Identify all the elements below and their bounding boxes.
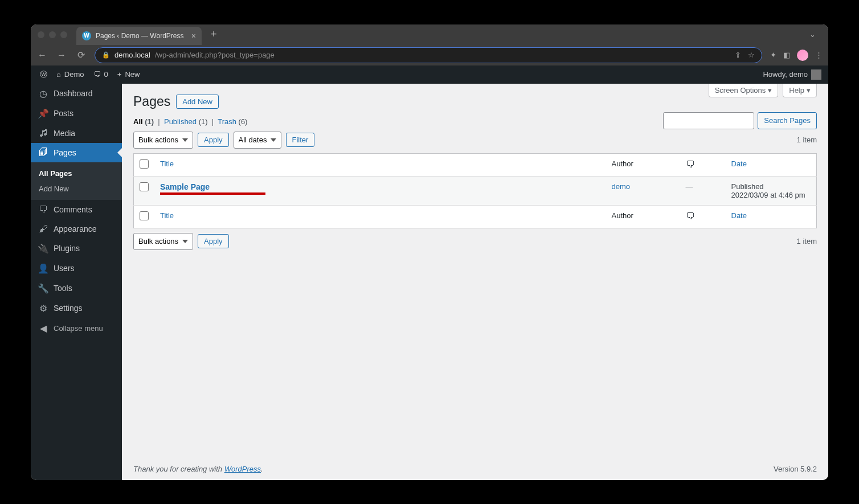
lock-icon: 🔒 bbox=[102, 51, 110, 59]
sidebar-item-label: Users bbox=[54, 264, 75, 273]
minimize-window-button[interactable] bbox=[49, 31, 56, 38]
comments-column-icon: 🗨 bbox=[686, 159, 695, 169]
comment-icon: 🗨 bbox=[38, 204, 49, 215]
maximize-window-button[interactable] bbox=[60, 31, 67, 38]
forward-button[interactable]: → bbox=[56, 50, 67, 60]
filter-all[interactable]: All (1) bbox=[133, 117, 154, 126]
url-path: /wp-admin/edit.php?post_type=page bbox=[155, 51, 275, 59]
wrench-icon: 🔧 bbox=[38, 283, 49, 294]
home-icon: ⌂ bbox=[56, 70, 61, 79]
sidebar-item-plugins[interactable]: 🔌Plugins bbox=[31, 239, 122, 259]
submenu-all-pages[interactable]: All Pages bbox=[31, 166, 122, 181]
sidebar-item-appearance[interactable]: 🖌Appearance bbox=[31, 219, 122, 239]
sidebar-item-users[interactable]: 👤Users bbox=[31, 259, 122, 278]
url-host: demo.local bbox=[114, 51, 150, 59]
col-title[interactable]: Title bbox=[160, 159, 174, 168]
wordpress-app: ⓦ ⌂Demo 🗨0 +New Howdy, demo ◷Dashboard 📌… bbox=[31, 65, 828, 480]
sidebar-item-label: Settings bbox=[54, 304, 83, 313]
site-name-label: Demo bbox=[64, 70, 84, 79]
admin-footer: Thank you for creating with WordPress. V… bbox=[133, 454, 817, 480]
add-new-button[interactable]: Add New bbox=[176, 95, 219, 109]
sidebar-item-comments[interactable]: 🗨Comments bbox=[31, 200, 122, 219]
back-button[interactable]: ← bbox=[36, 50, 48, 60]
screen-options-button[interactable]: Screen Options ▾ bbox=[709, 84, 779, 97]
sidebar-item-label: Comments bbox=[54, 205, 92, 214]
help-label: Help bbox=[789, 86, 804, 95]
row-comments: — bbox=[680, 176, 726, 205]
plus-icon: + bbox=[117, 70, 122, 79]
tablenav-top: Bulk actions Apply All dates Filter 1 it… bbox=[133, 132, 817, 149]
browser-tab[interactable]: W Pages ‹ Demo — WordPress × bbox=[76, 27, 202, 45]
search-pages-button[interactable]: Search Pages bbox=[758, 112, 817, 129]
brush-icon: 🖌 bbox=[38, 224, 49, 234]
bulk-actions-select[interactable]: Bulk actions bbox=[133, 132, 193, 149]
new-tab-button[interactable]: + bbox=[206, 28, 222, 40]
main-content: Screen Options ▾ Help ▾ Pages Add New Se… bbox=[122, 84, 828, 480]
row-title-link[interactable]: Sample Page bbox=[160, 182, 210, 191]
filter-published[interactable]: Published bbox=[164, 117, 197, 126]
col-date[interactable]: Date bbox=[731, 159, 747, 168]
chevron-down-icon: ▾ bbox=[807, 86, 811, 95]
col-author: Author bbox=[606, 153, 680, 176]
user-avatar bbox=[811, 69, 821, 80]
search-box: Search Pages bbox=[663, 112, 817, 129]
panel-icon[interactable]: ◧ bbox=[783, 51, 790, 59]
help-button[interactable]: Help ▾ bbox=[783, 84, 817, 97]
col-title-foot[interactable]: Title bbox=[160, 211, 174, 220]
apply-bulk-button[interactable]: Apply bbox=[198, 133, 229, 147]
site-name-link[interactable]: ⌂Demo bbox=[52, 65, 89, 84]
address-bar[interactable]: 🔒 demo.local/wp-admin/edit.php?post_type… bbox=[95, 47, 762, 63]
share-icon[interactable]: ⇪ bbox=[735, 51, 741, 59]
bookmark-icon[interactable]: ☆ bbox=[748, 51, 755, 59]
comment-icon: 🗨 bbox=[93, 70, 101, 79]
sidebar-item-settings[interactable]: ⚙Settings bbox=[31, 298, 122, 318]
admin-sidebar: ◷Dashboard 📌Posts 🎜Media 🗐Pages All Page… bbox=[31, 84, 122, 480]
sidebar-item-label: Posts bbox=[54, 109, 73, 118]
close-tab-icon[interactable]: × bbox=[191, 31, 196, 40]
sidebar-item-label: Appearance bbox=[54, 224, 97, 233]
apply-bulk-button-bottom[interactable]: Apply bbox=[198, 234, 229, 248]
date-filter-select[interactable]: All dates bbox=[234, 132, 281, 149]
tab-title: Pages ‹ Demo — WordPress bbox=[96, 32, 184, 40]
profile-avatar[interactable] bbox=[797, 50, 808, 61]
close-window-button[interactable] bbox=[38, 31, 44, 38]
account-menu[interactable]: Howdy, demo bbox=[763, 69, 824, 80]
screen-meta-links: Screen Options ▾ Help ▾ bbox=[709, 84, 817, 97]
extensions-icon[interactable]: ✦ bbox=[770, 51, 776, 59]
page-title: Pages bbox=[133, 94, 170, 109]
reload-button[interactable]: ⟳ bbox=[75, 50, 87, 60]
comments-link[interactable]: 🗨0 bbox=[89, 65, 113, 84]
menu-icon[interactable]: ⋮ bbox=[815, 51, 823, 59]
window-controls bbox=[38, 31, 67, 38]
page-icon: 🗐 bbox=[38, 147, 49, 158]
sidebar-item-tools[interactable]: 🔧Tools bbox=[31, 278, 122, 298]
col-date-foot[interactable]: Date bbox=[731, 211, 747, 220]
wordpress-link[interactable]: WordPress bbox=[224, 465, 261, 473]
submenu-add-new[interactable]: Add New bbox=[31, 181, 122, 196]
sidebar-item-dashboard[interactable]: ◷Dashboard bbox=[31, 84, 122, 104]
pin-icon: 📌 bbox=[38, 108, 49, 119]
row-checkbox[interactable] bbox=[140, 182, 149, 191]
bulk-actions-select-bottom[interactable]: Bulk actions bbox=[133, 233, 193, 250]
select-all-checkbox[interactable] bbox=[140, 159, 149, 169]
filter-button[interactable]: Filter bbox=[286, 133, 315, 147]
new-label: New bbox=[125, 70, 140, 79]
sidebar-item-posts[interactable]: 📌Posts bbox=[31, 104, 122, 124]
sidebar-item-media[interactable]: 🎜Media bbox=[31, 124, 122, 143]
wp-logo-menu[interactable]: ⓦ bbox=[35, 65, 52, 84]
footer-thanks: Thank you for creating with WordPress. bbox=[133, 465, 263, 473]
sidebar-item-pages[interactable]: 🗐Pages bbox=[31, 143, 122, 162]
select-all-checkbox-bottom[interactable] bbox=[140, 211, 149, 220]
new-content-link[interactable]: +New bbox=[113, 65, 145, 84]
user-icon: 👤 bbox=[38, 263, 49, 274]
filter-trash[interactable]: Trash bbox=[218, 117, 236, 126]
row-date: Published 2022/03/09 at 4:46 pm bbox=[726, 176, 817, 205]
tab-overflow-icon[interactable]: ⌄ bbox=[804, 30, 821, 39]
dashboard-icon: ◷ bbox=[38, 88, 49, 99]
tablenav-bottom: Bulk actions Apply 1 item bbox=[133, 233, 817, 250]
row-author-link[interactable]: demo bbox=[612, 182, 631, 191]
search-pages-input[interactable] bbox=[663, 112, 754, 129]
collapse-menu-button[interactable]: ◀Collapse menu bbox=[31, 318, 122, 338]
footer-version: Version 5.9.2 bbox=[774, 465, 817, 473]
sidebar-item-label: Pages bbox=[54, 148, 76, 157]
